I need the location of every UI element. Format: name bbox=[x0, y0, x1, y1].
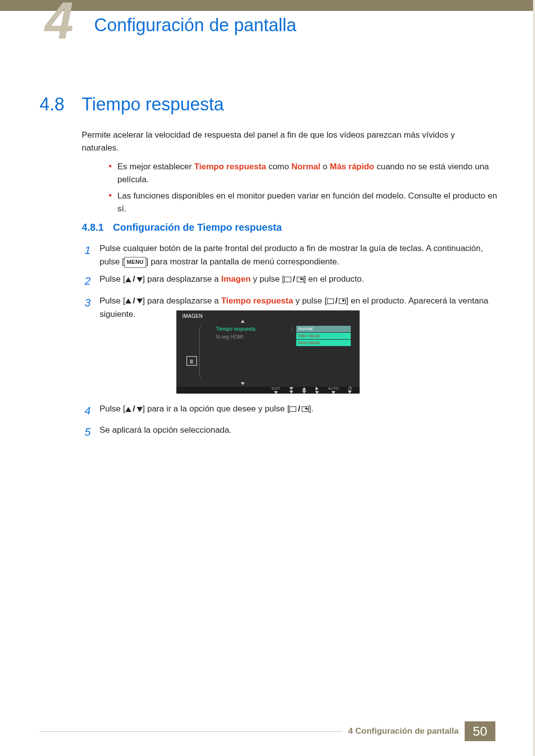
osd-footer-right bbox=[315, 387, 319, 394]
osd-colon: : bbox=[291, 326, 293, 332]
bullet-icon bbox=[109, 165, 111, 167]
up-arrow-icon bbox=[125, 277, 131, 282]
power-icon bbox=[348, 387, 352, 390]
enter-icon bbox=[339, 299, 346, 304]
osd-screenshot: IMAGEN Tiempo respuesta : N.neg HDMI Nor… bbox=[176, 310, 360, 394]
header-band bbox=[0, 0, 535, 11]
step-number: 5 bbox=[82, 423, 91, 441]
osd-menu-item: N.neg HDMI bbox=[216, 334, 243, 340]
side-strip bbox=[533, 0, 535, 756]
up-arrow-icon bbox=[125, 299, 131, 303]
step-text: Se aplicará la opción seleccionada. bbox=[100, 423, 493, 441]
note-text: Las funciones disponibles en el monitor … bbox=[117, 190, 500, 216]
osd-up-arrow-icon bbox=[241, 320, 245, 323]
osd-title: IMAGEN bbox=[182, 313, 203, 319]
osd-brand-icon: ⫼ bbox=[186, 356, 197, 366]
down-arrow-icon bbox=[137, 299, 143, 303]
osd-arc-decoration bbox=[199, 321, 212, 383]
osd-option: Muy rápido bbox=[296, 340, 351, 346]
frame-icon bbox=[284, 277, 291, 282]
osd-footer-up bbox=[302, 387, 306, 394]
note-item: Las funciones disponibles en el monitor … bbox=[109, 190, 500, 216]
subsection-number: 4.8.1 bbox=[82, 222, 104, 233]
step-text: Pulse [/] para ir a la opción que desee … bbox=[100, 402, 493, 419]
frame-icon bbox=[289, 406, 296, 412]
step: 2 Pulse [/] para desplazarse a Imagen y … bbox=[82, 272, 493, 290]
note-item: Es mejor establecer Tiempo respuesta com… bbox=[109, 160, 500, 187]
step-number: 4 bbox=[82, 402, 91, 419]
osd-footer-down bbox=[289, 387, 293, 394]
step-number: 3 bbox=[82, 294, 91, 321]
enter-icon bbox=[302, 406, 309, 412]
chapter-number-bg: 4 bbox=[45, 0, 70, 42]
step-text: Pulse [/] para desplazarse a Imagen y pu… bbox=[100, 272, 493, 290]
step: 1 Pulse cualquier botón de la parte fron… bbox=[82, 242, 493, 268]
footer-rule bbox=[40, 731, 342, 732]
enter-icon bbox=[297, 277, 304, 282]
osd-footer-power bbox=[348, 387, 352, 394]
down-arrow-icon bbox=[137, 407, 143, 412]
menu-key-icon: MENU bbox=[124, 257, 146, 268]
step: 4 Pulse [/] para ir a la opción que dese… bbox=[82, 402, 493, 419]
steps-list-cont: 4 Pulse [/] para ir a la opción que dese… bbox=[82, 402, 493, 445]
step-text: Pulse cualquier botón de la parte fronta… bbox=[100, 242, 493, 268]
osd-option: Más rápido bbox=[296, 333, 351, 339]
osd-footer-auto: AUTO bbox=[328, 386, 339, 394]
osd-footer-exit: EXIT bbox=[271, 386, 280, 394]
section-number: 4.8 bbox=[40, 94, 64, 115]
step-number: 1 bbox=[82, 242, 91, 268]
down-arrow-icon bbox=[137, 277, 143, 282]
osd-footer: EXIT AUTO bbox=[176, 387, 360, 394]
frame-icon bbox=[327, 299, 334, 304]
note-area: Es mejor establecer Tiempo respuesta com… bbox=[109, 157, 500, 215]
subsection-title: Configuración de Tiempo respuesta bbox=[113, 222, 282, 233]
footer-chapter-label: 4 Configuración de pantalla bbox=[348, 726, 459, 736]
chapter-title: Configuración de pantalla bbox=[94, 15, 296, 36]
note-text: Es mejor establecer Tiempo respuesta com… bbox=[117, 160, 500, 187]
bullet-icon bbox=[109, 194, 111, 197]
step: 5 Se aplicará la opción seleccionada. bbox=[82, 423, 493, 441]
osd-down-arrow-icon bbox=[241, 382, 245, 385]
section-title: Tiempo respuesta bbox=[82, 94, 224, 115]
section-intro: Permite acelerar la velocidad de respues… bbox=[82, 129, 493, 155]
osd-menu-item-active: Tiempo respuesta bbox=[216, 326, 256, 332]
step-number: 2 bbox=[82, 272, 91, 290]
osd-option-selected: Normal bbox=[296, 326, 351, 332]
up-arrow-icon bbox=[125, 407, 131, 412]
page-number: 50 bbox=[465, 721, 495, 741]
page-footer: 4 Configuración de pantalla 50 bbox=[40, 721, 495, 741]
